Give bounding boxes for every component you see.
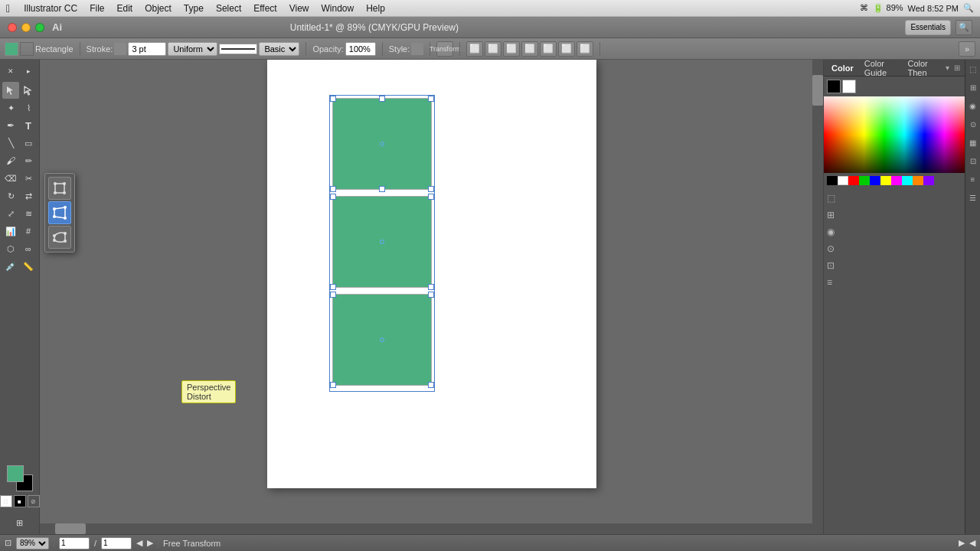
line-tool-btn[interactable]: ╲ [2,135,19,152]
menu-window[interactable]: Window [315,0,361,17]
apple-menu-icon[interactable]:  [6,2,10,15]
handle-bl[interactable] [330,186,336,192]
panel-menu-icon[interactable]: ▾ [946,64,949,72]
handle-tc[interactable] [379,96,385,102]
search-icon[interactable]: 🔍 [963,3,974,13]
align-top-icon[interactable]: ⬜ [521,41,538,57]
transform-button[interactable]: Transform [436,41,453,57]
reflect-tool-btn[interactable]: ⇄ [20,187,37,204]
stroke-color-box[interactable] [20,42,34,56]
blend-tool-btn[interactable]: ∞ [20,240,37,257]
menu-view[interactable]: View [283,0,315,17]
fill-mode-icon[interactable]: □ [0,495,12,507]
free-transform-tool-btn[interactable] [48,177,71,200]
far-icon-7[interactable]: ≡ [967,173,979,185]
swatch-cyan[interactable] [902,176,913,185]
panel-icon-5[interactable]: ⊡ [825,259,836,272]
stroke-color[interactable] [114,43,126,55]
panel-icon-2[interactable]: ⊞ [825,208,836,222]
fill-color-box[interactable] [5,42,18,56]
green-rectangle-3[interactable] [332,294,432,386]
next-artboard-btn[interactable]: ▶ [147,538,153,548]
far-icon-1[interactable]: ⬚ [967,63,979,75]
scrollbar-thumb-h[interactable] [55,523,86,534]
far-icon-4[interactable]: ⊙ [967,118,979,130]
measure-tool-btn[interactable]: 📏 [20,258,37,275]
menu-effect[interactable]: Effect [247,0,283,17]
none-mode-icon[interactable]: ⊘ [28,495,40,507]
white-swatch[interactable] [842,80,856,93]
scissors-tool-btn[interactable]: ✂ [20,170,37,187]
handle3-tl[interactable] [330,292,336,298]
rect-tool-btn[interactable]: ▭ [20,135,37,152]
handle2-tl[interactable] [330,194,336,200]
close-button[interactable] [8,23,17,32]
far-icon-5[interactable]: ▦ [967,136,979,148]
swatch-red[interactable] [848,176,859,185]
panel-expand-icon[interactable]: ▸ [21,63,38,80]
magic-wand-tool-btn[interactable]: ✦ [2,99,19,116]
color-guide-tab[interactable]: Color Guide [861,60,900,77]
handle-br[interactable] [428,186,434,192]
handle2-bl[interactable] [330,284,336,290]
scrollbar-thumb-v[interactable] [812,75,823,106]
artboard-count[interactable] [101,537,132,549]
far-icon-3[interactable]: ◉ [967,99,979,112]
swatch-black[interactable] [827,176,838,185]
green-rectangle-1[interactable] [332,98,432,190]
pencil-tool-btn[interactable]: ✏ [20,152,37,169]
handle-tl[interactable] [330,96,336,102]
menu-file[interactable]: File [83,0,110,17]
handle3-br[interactable] [428,382,434,388]
eyedropper-tool-btn[interactable]: 💉 [2,258,19,275]
scale-tool-btn[interactable]: ⤢ [2,205,19,222]
color-tab[interactable]: Color [828,64,857,73]
horizontal-scrollbar[interactable] [40,523,812,534]
far-icon-6[interactable]: ⊡ [967,155,979,167]
panel-icon-3[interactable]: ◉ [825,225,836,239]
bt-collapse-icon[interactable]: ◀ [969,538,975,548]
handle3-tr[interactable] [428,292,434,298]
warp-tool-btn[interactable]: ≋ [20,205,37,222]
lasso-tool-btn[interactable]: ⌇ [20,99,37,116]
swatch-orange[interactable] [913,176,923,185]
menu-illustrator[interactable]: Illustrator CC [18,0,83,17]
distribute-v-icon[interactable]: ⬜ [577,41,593,57]
far-icon-2[interactable]: ⊞ [967,81,979,93]
pen-tool-btn[interactable]: ✒ [2,117,19,134]
swatch-white[interactable] [838,176,848,185]
handle2-tr[interactable] [428,194,434,200]
bt-expand-icon[interactable]: ▶ [959,538,965,548]
panel-expand-btn[interactable]: ⊞ [954,64,960,72]
swatch-green[interactable] [859,176,870,185]
menu-type[interactable]: Type [178,0,210,17]
black-swatch[interactable] [827,80,841,93]
search-toolbar-icon[interactable]: 🔍 [956,20,972,35]
canvas-area[interactable] [40,60,823,534]
selection-tool-btn[interactable] [2,82,19,99]
swatch-magenta[interactable] [891,176,902,185]
prev-artboard-btn[interactable]: ◀ [136,538,142,548]
swatch-blue[interactable] [870,176,880,185]
color-foreground-swatch[interactable] [7,465,24,482]
distribute-h-icon[interactable]: ⬜ [558,41,575,57]
color-spectrum[interactable] [824,96,965,173]
maximize-button[interactable] [35,23,44,32]
direct-selection-tool-btn[interactable] [20,82,37,99]
handle2-br[interactable] [428,284,434,290]
panel-icon-4[interactable]: ⊙ [825,242,836,256]
stroke-width-input[interactable] [128,42,166,56]
gradient-mode-icon[interactable]: ■ [14,495,26,507]
vertical-scrollbar[interactable] [812,60,823,534]
zoom-select[interactable]: 89% [16,537,49,549]
far-icon-8[interactable]: ☰ [967,191,979,204]
paintbrush-tool-btn[interactable]: 🖌 [2,152,19,169]
perspective-distort-tool-btn[interactable] [48,201,71,224]
menu-edit[interactable]: Edit [110,0,139,17]
green-rectangle-2[interactable] [332,196,432,288]
menu-select[interactable]: Select [210,0,247,17]
menu-object[interactable]: Object [139,0,178,17]
swatch-yellow[interactable] [880,176,891,185]
artboard-tool-btn[interactable]: ⊞ [11,514,28,531]
handle-bc[interactable] [379,186,385,192]
